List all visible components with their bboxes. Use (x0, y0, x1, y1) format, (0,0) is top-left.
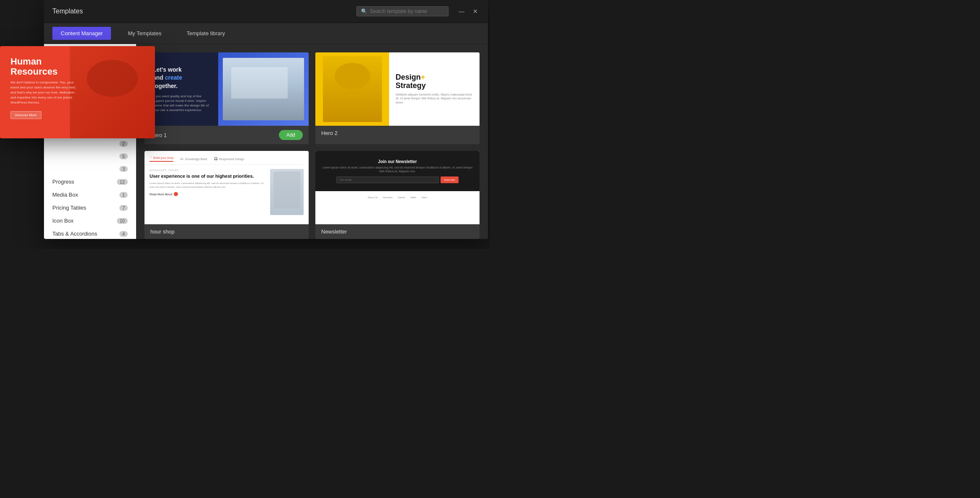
hero2-person-photo (323, 56, 382, 122)
tab-content-manager[interactable]: Content Manager (52, 27, 111, 40)
hero1-office-photo (223, 58, 304, 120)
tabs-bar: Content Manager My Templates Template li… (44, 23, 488, 44)
sidebar-item-media-box[interactable]: Media Box 1 (44, 188, 136, 201)
newsletter-card-footer: Newsletter (315, 224, 480, 239)
newsletter-mockup: Join our Newsletter Lorem ipsum dolor si… (315, 151, 480, 224)
nav-services: Services (383, 196, 392, 199)
shop-dot-icon (174, 192, 178, 196)
newsletter-top: Join our Newsletter Lorem ipsum dolor si… (315, 151, 480, 191)
shop-headline: User experience is one of our highest pr… (150, 173, 266, 179)
close-button[interactable]: ✕ (471, 7, 480, 16)
sidebar-label: Progress (52, 179, 74, 185)
responsive-icon: 🎧 (214, 157, 218, 161)
search-icon: 🔍 (361, 8, 367, 14)
newsletter-form: Subscribe (336, 176, 458, 183)
sidebar-item-tabs[interactable]: Tabs & Accordions 4 (44, 227, 136, 239)
hero2-title: Design+Strategy (395, 73, 473, 90)
main-content: Let's workand createtogether. If you wan… (136, 44, 488, 239)
hero1-preview: Let's workand createtogether. If you wan… (144, 52, 309, 126)
minimize-button[interactable]: — (457, 7, 466, 16)
shop-tabs: ♡ Build your shop 📖 Knowledge Base 🎧 Res (150, 156, 304, 165)
shop-card-footer: hour shop (144, 224, 309, 239)
hr-card-desc: We don't believe in compromise. You, you… (10, 80, 77, 105)
sidebar-label: Tabs & Accordions (52, 231, 97, 237)
newsletter-subscribe-button[interactable]: Subscribe (441, 176, 459, 183)
shop-tab-build: ♡ Build your shop (150, 156, 173, 162)
hero2-mockup: Design+Strategy Nollitisim aliquam hendr… (315, 52, 480, 126)
hero2-left-panel (315, 52, 389, 126)
hero1-image (218, 52, 309, 126)
hero2-card-footer: Hero 2 (315, 126, 480, 140)
sidebar-badge-icon: 10 (117, 218, 128, 224)
heart-icon: ♡ (150, 156, 152, 159)
sidebar-badge-media: 1 (119, 192, 128, 198)
shop-content: WPBAKERY THEME User experience is one of… (150, 169, 304, 215)
tab-template-library[interactable]: Template library (178, 27, 233, 40)
sidebar-item-icon-box[interactable]: Icon Box 10 (44, 214, 136, 227)
shop-tab-label3: Responsive Design (219, 158, 244, 161)
shop-text: WPBAKERY THEME User experience is one of… (150, 169, 266, 215)
shop-card-name: hour shop (150, 228, 175, 235)
hero1-left-panel: Let's workand createtogether. If you wan… (144, 52, 218, 126)
newsletter-heading: Join our Newsletter (378, 159, 417, 164)
newsletter-nav: About Us Services Clients Skills Team (321, 196, 474, 199)
dialog-title: Templates (52, 8, 356, 15)
hr-discover-button[interactable]: Discover More (10, 111, 41, 119)
sidebar-badge-tabs: 4 (119, 231, 128, 237)
sidebar-item-9[interactable]: 3 (44, 163, 136, 175)
template-card-shop[interactable]: ♡ Build your shop 📖 Knowledge Base 🎧 Res (144, 151, 309, 239)
sidebar-badge-progress: 12 (117, 179, 128, 185)
template-card-hero1[interactable]: Let's workand createtogether. If you wan… (144, 52, 309, 144)
newsletter-card-name: Newsletter (321, 228, 347, 235)
template-card-hero2[interactable]: Design+Strategy Nollitisim aliquam hendr… (315, 52, 480, 144)
template-card-newsletter[interactable]: Join our Newsletter Lorem ipsum dolor si… (315, 151, 480, 239)
sidebar-item-8[interactable]: 5 (44, 150, 136, 163)
nav-clients: Clients (397, 196, 405, 199)
sidebar-label: Pricing Tables (52, 205, 86, 211)
hr-card-title: HumanResources (10, 57, 144, 77)
search-input[interactable] (370, 8, 444, 14)
newsletter-bottom: About Us Services Clients Skills Team (315, 191, 480, 224)
newsletter-email-input[interactable] (336, 176, 439, 183)
dialog-header: Templates 🔍 — ✕ (44, 0, 488, 23)
sidebar-label: Media Box (52, 192, 78, 198)
hero1-add-button[interactable]: Add (279, 130, 303, 140)
hero1-card-footer: Hero 1 Add (144, 126, 309, 144)
hero1-mockup: Let's workand createtogether. If you wan… (144, 52, 309, 126)
hr-card-floating: HumanResources We don't believe in compr… (0, 46, 155, 138)
nav-skills: Skills (410, 196, 416, 199)
hero2-card-name: Hero 2 (321, 130, 338, 136)
shop-tab-knowledge: 📖 Knowledge Base (180, 156, 207, 162)
sidebar-item-progress[interactable]: Progress 12 (44, 175, 136, 188)
shop-tab-label2: Knowledge Base (185, 158, 207, 161)
sidebar-item-pricing-tables[interactable]: Pricing Tables 7 (44, 201, 136, 214)
sidebar-badge-9: 3 (119, 166, 128, 172)
hero1-right-panel (218, 52, 309, 126)
sidebar-badge-pricing: 7 (119, 205, 128, 211)
shop-tab-responsive: 🎧 Responsive Design (214, 156, 244, 162)
templates-grid: Let's workand createtogether. If you wan… (144, 52, 480, 239)
hr-card-inner: HumanResources We don't believe in compr… (0, 46, 155, 138)
sidebar-label: Icon Box (52, 218, 74, 224)
search-box[interactable]: 🔍 (356, 6, 449, 16)
shop-tab-label: Build your shop (153, 156, 173, 159)
shop-desc: Lorem ipsum dolor sit amet, consectetur … (150, 182, 266, 189)
shop-image (270, 169, 304, 215)
hero1-tagline: Let's workand createtogether. (153, 66, 210, 91)
tab-my-templates[interactable]: My Templates (119, 27, 170, 40)
shop-mockup: ♡ Build your shop 📖 Knowledge Base 🎧 Res (144, 151, 309, 224)
hero2-preview: Design+Strategy Nollitisim aliquam hendr… (315, 52, 480, 126)
header-controls: — ✕ (457, 7, 480, 16)
nav-about: About Us (368, 196, 378, 199)
hero2-desc: Nollitisim aliquam hendrerit mollis. Mau… (395, 93, 473, 105)
shop-preview: ♡ Build your shop 📖 Knowledge Base 🎧 Res (144, 151, 309, 224)
sidebar-item-7[interactable]: 2 (44, 137, 136, 150)
sidebar-badge-8: 5 (119, 153, 128, 159)
sidebar-badge-7: 2 (119, 141, 128, 147)
newsletter-desc: Lorem ipsum dolor sit amet, consectetur … (321, 166, 474, 173)
read-more-text: Read More About (150, 193, 172, 196)
shop-brand: WPBAKERY THEME (150, 169, 266, 171)
book-icon: 📖 (180, 157, 184, 161)
newsletter-preview: Join our Newsletter Lorem ipsum dolor si… (315, 151, 480, 224)
hero2-right-panel: Design+Strategy Nollitisim aliquam hendr… (389, 52, 480, 126)
